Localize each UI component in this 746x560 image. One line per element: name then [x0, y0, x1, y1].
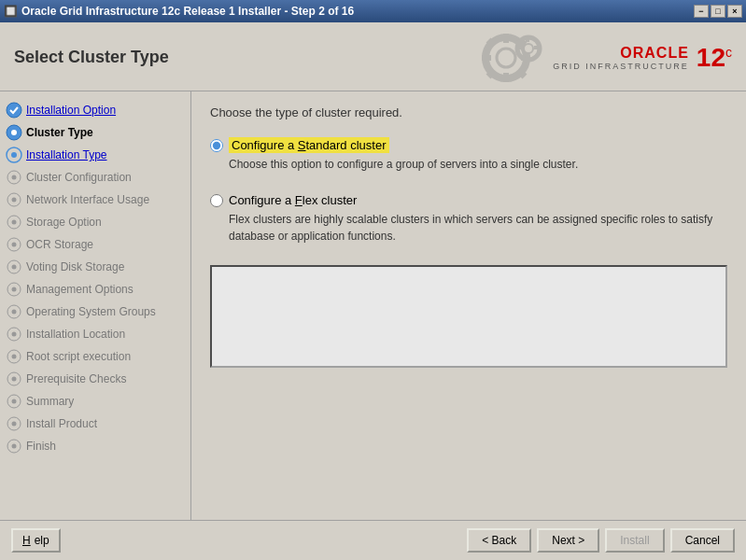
main-window: Select Cluster Type — [0, 22, 746, 560]
sidebar-label-installation-type: Installation Type — [26, 148, 107, 161]
flex-cluster-option: Configure a Flex cluster Flex clusters a… — [210, 193, 727, 245]
sidebar-label-installation-location: Installation Location — [26, 328, 125, 341]
standard-cluster-option: Configure a Standard cluster Choose this… — [210, 138, 727, 173]
sidebar-item-cluster-type: Cluster Type — [0, 121, 190, 144]
step-icon-management-options — [6, 281, 22, 298]
gear-icon — [480, 32, 545, 83]
minimize-button[interactable]: − — [694, 5, 709, 18]
sidebar-label-cluster-configuration: Cluster Configuration — [26, 171, 132, 184]
oracle-logo-text: ORACLE GRID INFRASTRUCTURE — [553, 45, 689, 71]
help-button[interactable]: Help — [11, 528, 61, 553]
sidebar-label-management-options: Management Options — [26, 283, 134, 296]
oracle-logo-area: ORACLE GRID INFRASTRUCTURE 12 c — [480, 32, 732, 83]
step-icon-installation-location — [6, 326, 22, 343]
sidebar: Installation Option Cluster Type Install… — [0, 91, 191, 520]
svg-point-22 — [12, 175, 17, 180]
step-icon-cluster-type — [6, 124, 22, 141]
standard-cluster-label-highlighted: Configure a Standard cluster — [229, 137, 389, 153]
sidebar-item-ocr-storage: OCR Storage — [0, 233, 190, 256]
sidebar-item-summary: Summary — [0, 390, 190, 413]
svg-point-30 — [12, 265, 17, 270]
sidebar-item-storage-option: Storage Option — [0, 211, 190, 233]
step-icon-storage-option — [6, 214, 22, 231]
svg-point-18 — [11, 130, 17, 135]
sidebar-item-installation-type[interactable]: Installation Type — [0, 144, 190, 166]
step-icon-summary — [6, 393, 22, 410]
svg-rect-15 — [534, 46, 541, 49]
step-icon-network-interface-usage — [6, 191, 22, 208]
sidebar-label-storage-option: Storage Option — [26, 216, 102, 229]
sidebar-item-install-product: Install Product — [0, 413, 190, 435]
flex-cluster-radio[interactable] — [210, 194, 223, 207]
sidebar-label-installation-option: Installation Option — [26, 104, 116, 117]
svg-point-28 — [12, 243, 17, 247]
cancel-button[interactable]: Cancel — [670, 528, 735, 553]
svg-point-44 — [12, 422, 17, 427]
content-area: Installation Option Cluster Type Install… — [0, 91, 746, 520]
step-icon-installation-type — [6, 147, 22, 163]
standard-cluster-label[interactable]: Configure a Standard cluster — [229, 138, 389, 152]
back-button[interactable]: < Back — [467, 528, 531, 553]
sidebar-item-root-script-execution: Root script execution — [0, 345, 190, 368]
help-label: elp — [35, 534, 49, 547]
svg-rect-3 — [503, 73, 509, 82]
step-icon-cluster-configuration — [6, 169, 22, 186]
flex-cluster-description: Flex clusters are highly scalable cluste… — [229, 211, 727, 245]
sidebar-item-cluster-configuration: Cluster Configuration — [0, 166, 190, 189]
sidebar-label-summary: Summary — [26, 395, 74, 408]
oracle-brand: ORACLE — [553, 45, 689, 62]
svg-rect-4 — [482, 55, 491, 61]
step-icon-ocr-storage — [6, 236, 22, 253]
svg-point-26 — [12, 220, 17, 225]
svg-rect-12 — [526, 35, 529, 42]
svg-point-38 — [12, 355, 17, 359]
app-icon: 🔲 — [4, 5, 18, 18]
sidebar-item-prerequisite-checks: Prerequisite Checks — [0, 368, 190, 390]
flex-cluster-label[interactable]: Configure a Flex cluster — [229, 193, 357, 207]
window-controls[interactable]: − □ × — [694, 5, 742, 18]
step-icon-finish — [6, 438, 22, 455]
sidebar-item-voting-disk-storage: Voting Disk Storage — [0, 256, 190, 278]
svg-point-36 — [12, 332, 17, 337]
title-bar: 🔲 Oracle Grid Infrastructure 12c Release… — [0, 0, 746, 22]
log-area — [210, 265, 727, 368]
window-title: Oracle Grid Infrastructure 12c Release 1… — [21, 5, 354, 18]
svg-rect-14 — [516, 46, 523, 49]
step-icon-installation-option — [6, 102, 22, 119]
svg-point-46 — [12, 444, 17, 449]
step-icon-voting-disk-storage — [6, 259, 22, 275]
sidebar-label-prerequisite-checks: Prerequisite Checks — [26, 372, 126, 385]
svg-point-24 — [12, 198, 17, 203]
sidebar-label-network-interface-usage: Network Interface Usage — [26, 193, 149, 206]
svg-rect-2 — [503, 34, 509, 43]
help-underline: H — [22, 534, 31, 547]
sidebar-label-install-product: Install Product — [26, 417, 97, 430]
next-button[interactable]: Next > — [537, 528, 599, 553]
step-icon-install-product — [6, 415, 22, 432]
svg-point-1 — [497, 49, 515, 67]
sidebar-label-cluster-type: Cluster Type — [26, 126, 93, 139]
page-title: Select Cluster Type — [14, 48, 169, 67]
grid-infra-label: GRID INFRASTRUCTURE — [553, 62, 689, 71]
page-header: Select Cluster Type — [0, 22, 746, 91]
sidebar-item-operating-system-groups: Operating System Groups — [0, 301, 190, 323]
svg-point-11 — [524, 44, 533, 53]
sidebar-item-installation-option[interactable]: Installation Option — [0, 99, 190, 121]
svg-point-32 — [12, 287, 17, 292]
main-panel: Choose the type of cluster required. Con… — [191, 91, 746, 520]
svg-point-16 — [7, 103, 21, 118]
standard-cluster-description: Choose this option to configure a group … — [229, 156, 727, 173]
svg-point-20 — [11, 152, 17, 158]
maximize-button[interactable]: □ — [711, 5, 725, 18]
svg-point-34 — [12, 310, 17, 315]
svg-point-42 — [12, 399, 17, 404]
version-number: 12 c — [697, 45, 732, 71]
close-button[interactable]: × — [727, 5, 742, 18]
install-button[interactable]: Install — [605, 528, 664, 553]
sidebar-label-root-script-execution: Root script execution — [26, 350, 131, 363]
sidebar-label-finish: Finish — [26, 440, 56, 453]
sidebar-label-voting-disk-storage: Voting Disk Storage — [26, 260, 124, 273]
step-icon-operating-system-groups — [6, 303, 22, 320]
standard-cluster-radio[interactable] — [210, 139, 223, 152]
step-icon-prerequisite-checks — [6, 371, 22, 387]
